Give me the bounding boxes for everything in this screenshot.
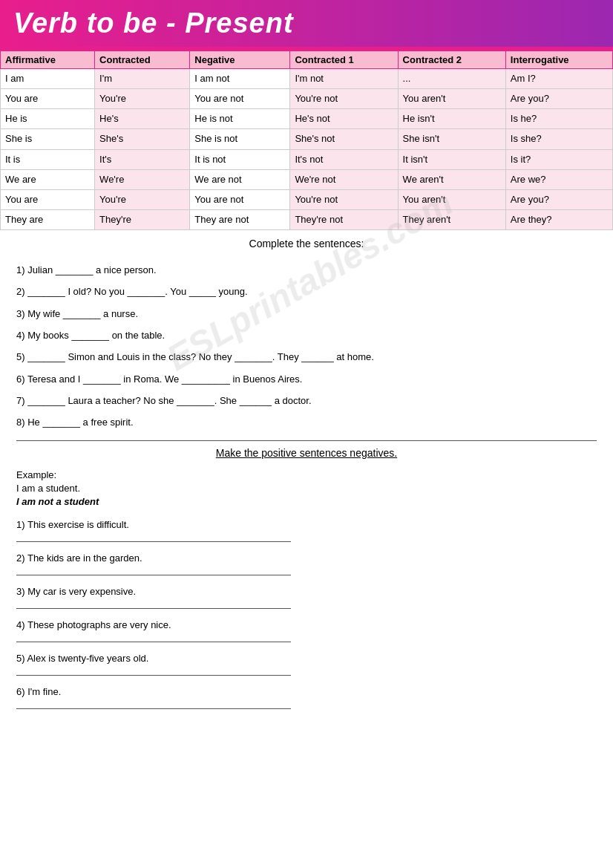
table-cell: She is not <box>190 129 290 149</box>
table-cell: You're not <box>290 89 398 109</box>
table-row: You areYou'reYou are notYou're notYou ar… <box>1 89 613 109</box>
neg-item-text: 1) This exercise is difficult. <box>16 519 597 530</box>
table-cell: You aren't <box>398 189 505 209</box>
table-row: She isShe'sShe is notShe's notShe isn'tI… <box>1 129 613 149</box>
table-cell: He isn't <box>398 109 505 129</box>
table-cell: You're not <box>290 189 398 209</box>
table-cell: They aren't <box>398 209 505 229</box>
neg-item-text: 5) Alex is twenty-five years old. <box>16 653 597 664</box>
table-cell: It's not <box>290 149 398 169</box>
table-cell: You are not <box>190 189 290 209</box>
neg-item-text: 6) I'm fine. <box>16 686 597 697</box>
table-header-cell: Contracted <box>95 51 190 69</box>
table-cell: Is it? <box>505 149 612 169</box>
table-header-cell: Negative <box>190 51 290 69</box>
exercise-item-5: 5) _______ Simon and Louis in the class?… <box>16 347 597 367</box>
table-cell: They're <box>95 209 190 229</box>
neg-item-2: 2) The kids are in the garden. <box>16 552 597 575</box>
table-cell: She's <box>95 129 190 149</box>
table-cell: She is <box>1 129 95 149</box>
table-row: You areYou'reYou are notYou're notYou ar… <box>1 189 613 209</box>
exercise-item-6: 6) Teresa and I _______ in Roma. We ____… <box>16 369 597 389</box>
table-cell: Are you? <box>505 189 612 209</box>
table-header-cell: Interrogative <box>505 51 612 69</box>
answer-line <box>16 598 291 609</box>
verb-table: AffirmativeContractedNegativeContracted … <box>0 50 613 230</box>
neg-item-4: 4) These photographs are very nice. <box>16 619 597 642</box>
table-cell: You aren't <box>398 89 505 109</box>
table-cell: You are not <box>190 89 290 109</box>
example-label: Example: <box>16 469 597 480</box>
neg-item-text: 2) The kids are in the garden. <box>16 552 597 564</box>
neg-item-6: 6) I'm fine. <box>16 686 597 709</box>
table-cell: I am <box>1 69 95 89</box>
table-header-cell: Contracted 2 <box>398 51 505 69</box>
table-cell: He's <box>95 109 190 129</box>
content-section: Complete the sentences: 1) Julian ______… <box>0 230 613 726</box>
table-cell: You're <box>95 189 190 209</box>
table-cell: You're <box>95 89 190 109</box>
answer-line <box>16 632 291 642</box>
example-block: Example: I am a student. I am not a stud… <box>16 469 597 507</box>
table-cell: I am not <box>190 69 290 89</box>
answer-line <box>16 665 291 676</box>
table-row: I amI'mI am notI'm not...Am I? <box>1 69 613 89</box>
negative-exercise: 1) This exercise is difficult.2) The kid… <box>16 519 597 709</box>
table-cell: We are <box>1 169 95 189</box>
example-answer: I am not a student <box>16 496 597 507</box>
table-header-cell: Contracted 1 <box>290 51 398 69</box>
table-cell: Am I? <box>505 69 612 89</box>
table-row: He isHe'sHe is notHe's notHe isn'tIs he? <box>1 109 613 129</box>
verb-table-section: AffirmativeContractedNegativeContracted … <box>0 50 613 230</box>
table-cell: Are you? <box>505 89 612 109</box>
table-header: AffirmativeContractedNegativeContracted … <box>1 51 613 69</box>
exercise-item-1: 1) Julian _______ a nice person. <box>16 260 597 280</box>
table-body: I amI'mI am notI'm not...Am I?You areYou… <box>1 69 613 230</box>
table-cell: Are we? <box>505 169 612 189</box>
table-header-cell: Affirmative <box>1 51 95 69</box>
table-cell: Are they? <box>505 209 612 229</box>
exercise-item-4: 4) My books _______ on the table. <box>16 325 597 345</box>
table-cell: Is she? <box>505 129 612 149</box>
neg-item-text: 3) My car is very expensive. <box>16 586 597 597</box>
table-cell: You are <box>1 89 95 109</box>
table-cell: I'm <box>95 69 190 89</box>
exercise-section1: 1) Julian _______ a nice person.2) _____… <box>16 260 597 432</box>
neg-item-text: 4) These photographs are very nice. <box>16 619 597 630</box>
table-cell: They are not <box>190 209 290 229</box>
section-divider <box>16 440 597 441</box>
answer-line <box>16 532 291 542</box>
table-cell: ... <box>398 69 505 89</box>
table-cell: It is <box>1 149 95 169</box>
table-cell: He is not <box>190 109 290 129</box>
section1-title: Complete the sentences: <box>16 238 597 249</box>
table-cell: They're not <box>290 209 398 229</box>
exercise-item-8: 8) He _______ a free spirit. <box>16 412 597 432</box>
answer-line <box>16 699 291 709</box>
table-cell: We are not <box>190 169 290 189</box>
section2-title: Make the positive sentences negatives. <box>16 447 597 459</box>
table-cell: It's <box>95 149 190 169</box>
table-cell: He is <box>1 109 95 129</box>
table-row: They areThey'reThey are notThey're notTh… <box>1 209 613 229</box>
table-cell: She's not <box>290 129 398 149</box>
table-cell: We aren't <box>398 169 505 189</box>
exercise-item-7: 7) _______ Laura a teacher? No she _____… <box>16 391 597 411</box>
neg-item-1: 1) This exercise is difficult. <box>16 519 597 542</box>
title-bar: Verb to be - Present <box>0 0 613 47</box>
example-positive: I am a student. <box>16 483 597 494</box>
table-cell: It is not <box>190 149 290 169</box>
table-cell: We're <box>95 169 190 189</box>
neg-item-3: 3) My car is very expensive. <box>16 586 597 609</box>
table-cell: He's not <box>290 109 398 129</box>
table-cell: You are <box>1 189 95 209</box>
table-cell: It isn't <box>398 149 505 169</box>
table-cell: Is he? <box>505 109 612 129</box>
table-cell: I'm not <box>290 69 398 89</box>
table-cell: She isn't <box>398 129 505 149</box>
table-cell: They are <box>1 209 95 229</box>
table-row: We areWe'reWe are notWe're notWe aren'tA… <box>1 169 613 189</box>
table-row: It isIt'sIt is notIt's notIt isn'tIs it? <box>1 149 613 169</box>
answer-line <box>16 565 291 575</box>
page-title: Verb to be - Present <box>13 7 600 39</box>
